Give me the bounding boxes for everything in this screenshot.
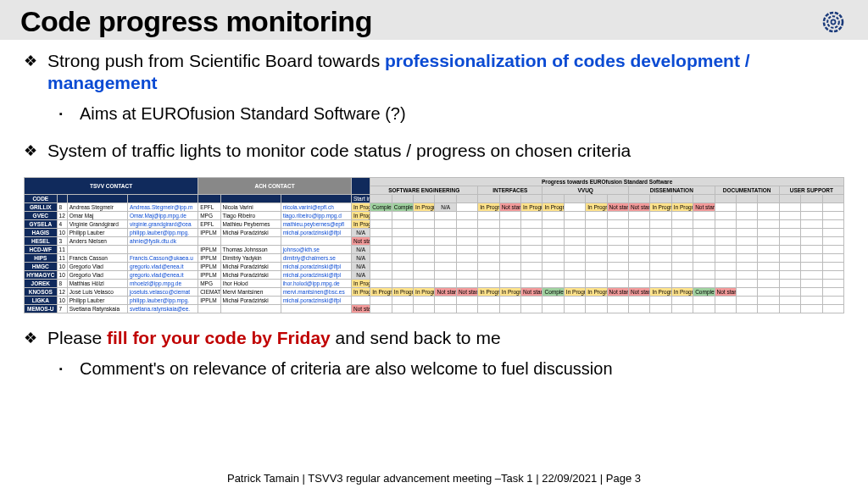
bullet-2-text: System of traffic lights to monitor code… bbox=[47, 140, 631, 162]
table-row: LIGKA10Philipp Lauberphilipp.lauber@ipp.… bbox=[25, 297, 844, 305]
bullet-3: ❖ Please fill for your code by Friday an… bbox=[24, 327, 844, 349]
table-row: GYSELA4Virginie Grandgirardvirginie.gran… bbox=[25, 220, 844, 229]
bullet-1-sub-1-text: Aims at EUROfusion Standard Software (?) bbox=[80, 103, 406, 125]
svg-point-2 bbox=[831, 19, 835, 24]
table-row: GRILLIX8Andreas StegmeirAndreas.Stegmeir… bbox=[25, 203, 844, 212]
table-row: HMGC10Gregorio Vladgregorio.vlad@enea.it… bbox=[25, 263, 844, 271]
bullet-1-sub-1: ▪ Aims at EUROfusion Standard Software (… bbox=[59, 103, 844, 125]
bullet-2: ❖ System of traffic lights to monitor co… bbox=[24, 140, 844, 162]
bullet-3-sub-1-text: Comment's on relevance of criteria are a… bbox=[80, 358, 613, 380]
diamond-icon: ❖ bbox=[24, 140, 47, 162]
table-row: GVEC12Omar MajOmar.Maj@ipp.mpg.deMPGTiag… bbox=[25, 212, 844, 220]
table-row: HCD-WF11IPPLMThomas Johnssonjohnso@kth.s… bbox=[25, 246, 844, 254]
table-row: HAGIS10Philipp Lauberphilipp.lauber@ipp.… bbox=[25, 229, 844, 237]
svg-point-1 bbox=[827, 16, 839, 28]
bullet-1: ❖ Strong push from Scientific Board towa… bbox=[24, 50, 844, 94]
table-row: HESEL3Anders Nielsenahnie@fysik.dtu.dkNo… bbox=[25, 237, 844, 246]
slide-footer: Patrick Tamain | TSVV3 regular advanceme… bbox=[0, 472, 868, 485]
eurofusion-logo-icon bbox=[819, 8, 848, 36]
bullet-3-pre: Please bbox=[47, 328, 107, 347]
bullet-3-post: and send back to me bbox=[331, 328, 501, 347]
table-row: MEMOS-U7Svetlana Ratynskaiasvetlana.raty… bbox=[25, 305, 844, 313]
codes-status-table: TSVV CONTACTACH CONTACTProgress towards … bbox=[24, 177, 844, 313]
title-bar: Code progress monitoring bbox=[0, 0, 868, 40]
diamond-icon: ❖ bbox=[24, 327, 47, 349]
page-title: Code progress monitoring bbox=[20, 5, 372, 38]
square-icon: ▪ bbox=[59, 358, 80, 380]
square-icon: ▪ bbox=[59, 103, 80, 125]
bullet-1-pre: Strong push from Scientific Board toward… bbox=[47, 51, 385, 70]
table-row: HIPS11Francis CassonFrancis.Casson@ukaea… bbox=[25, 254, 844, 263]
table-row: HYMAGYC10Gregorio Vladgregorio.vlad@enea… bbox=[25, 271, 844, 280]
table-row: JOREK8Matthias Hölzlmhoelzl@ipp.mpg.deMP… bbox=[25, 280, 844, 288]
bullet-3-emph: fill for your code by Friday bbox=[107, 328, 331, 347]
diamond-icon: ❖ bbox=[24, 50, 47, 94]
slide-body: ❖ Strong push from Scientific Board towa… bbox=[0, 40, 868, 380]
table-row: KNOSOS12José Luis Velascojoseluis.velasc… bbox=[25, 288, 844, 297]
bullet-3-sub-1: ▪ Comment's on relevance of criteria are… bbox=[59, 358, 844, 380]
